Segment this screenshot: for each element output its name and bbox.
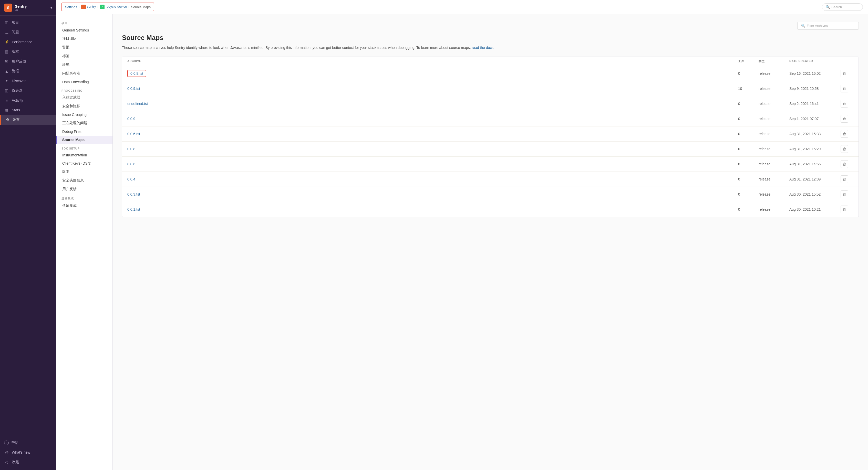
settings-nav-tags[interactable]: 标签 [56, 52, 113, 60]
settings-nav-processing-issues[interactable]: 正在处理的问题 [56, 119, 113, 128]
sidebar-item-settings[interactable]: ⚙ 设置 [0, 115, 56, 125]
archive-link[interactable]: 0.0.9.tst [127, 87, 140, 91]
artifacts-cell: 0 [738, 71, 758, 75]
settings-nav-releases-sdk[interactable]: 版本 [56, 167, 113, 176]
settings-nav-debug-files[interactable]: Debug Files [56, 128, 113, 136]
filter-archives-input[interactable]: 🔍 Filter Archives [797, 22, 859, 30]
discover-icon: ✦ [4, 78, 9, 83]
settings-nav-project-team[interactable]: 项目团队 [56, 34, 113, 43]
delete-button[interactable]: 🗑 [841, 115, 848, 123]
filter-placeholder: Filter Archives [807, 24, 828, 28]
settings-nav-user-feedback-sdk[interactable]: 用户反馈 [56, 185, 113, 194]
sidebar-item-performance[interactable]: ⚡ Performance [0, 37, 56, 47]
archive-link[interactable]: 0.0.3.tst [127, 192, 140, 196]
breadcrumb-project[interactable]: ✓recycle-device [100, 5, 127, 9]
releases-icon: ▤ [4, 49, 9, 54]
org-dropdown-icon[interactable]: ▾ [51, 6, 52, 10]
settings-nav-legacy-integrations[interactable]: 遗留集成 [56, 201, 113, 210]
header-artifacts: 工件 [738, 59, 758, 63]
sidebar-item-help[interactable]: ? 帮助 [0, 438, 56, 447]
settings-nav-general-settings[interactable]: General Settings [56, 26, 113, 34]
project-icon: ✓ [100, 5, 104, 9]
settings-nav-instrumentation[interactable]: Instrumentation [56, 151, 113, 159]
sidebar-item-activity[interactable]: ≡ Activity [0, 96, 56, 105]
delete-button[interactable]: 🗑 [841, 145, 848, 153]
type-cell: release [758, 102, 789, 106]
archive-link[interactable]: 0.0.1.tst [127, 207, 140, 211]
actions-cell: 🗑 [841, 160, 854, 168]
delete-button[interactable]: 🗑 [841, 191, 848, 198]
date-cell: Sep 9, 2021 20:58 [789, 87, 841, 91]
sidebar-nav: ◫ 项目 ☰ 问题 ⚡ Performance ▤ 版本 ✉ 用户反馈 ▲ 警报… [0, 15, 56, 435]
settings-nav-issue-owners[interactable]: 问题所有者 [56, 69, 113, 78]
header-actions [841, 59, 854, 63]
settings-nav-client-keys[interactable]: Client Keys (DSN) [56, 159, 113, 167]
sidebar-item-releases[interactable]: ▤ 版本 [0, 47, 56, 57]
filter-search-icon: 🔍 [801, 24, 805, 28]
sidebar-item-dashboards[interactable]: ◫ 仪表盘 [0, 86, 56, 96]
sidebar-item-issues[interactable]: ☰ 问题 [0, 27, 56, 37]
sidebar-item-label: 设置 [12, 118, 20, 122]
type-cell: release [758, 177, 789, 181]
sidebar-item-stats[interactable]: ▦ Stats [0, 105, 56, 115]
delete-button[interactable]: 🗑 [841, 175, 848, 183]
header-type: 类型 [758, 59, 789, 63]
global-search-bar[interactable]: 🔍 Search [822, 3, 863, 11]
dashboards-icon: ◫ [4, 88, 9, 93]
breadcrumb-settings[interactable]: Settings [65, 5, 77, 9]
settings-nav-inbound-filters[interactable]: 入站过滤器 [56, 93, 113, 102]
help-icon: ? [4, 441, 9, 445]
sidebar-item-collapse[interactable]: ◁ 收起 [0, 457, 56, 467]
archives-table: ARCHIVE 工件 类型 DATE CREATED 0.0.8.tst 0 r… [122, 57, 859, 217]
settings-nav-security-headers[interactable]: 安全头部信息 [56, 176, 113, 185]
breadcrumb-sentry[interactable]: Ssentry [81, 5, 96, 9]
artifacts-cell: 0 [738, 162, 758, 166]
delete-button[interactable]: 🗑 [841, 206, 848, 213]
whats-new-icon: ◎ [4, 450, 9, 455]
read-docs-link[interactable]: read the docs [472, 45, 493, 50]
archive-link[interactable]: 0.0.4 [127, 177, 135, 181]
sidebar-item-discover[interactable]: ✦ Discover [0, 76, 56, 86]
search-icon: 🔍 [826, 5, 830, 9]
settings-nav-security-privacy[interactable]: 安全和隐私 [56, 102, 113, 110]
delete-button[interactable]: 🗑 [841, 130, 848, 138]
delete-button[interactable]: 🗑 [841, 85, 848, 92]
settings-nav-data-forwarding[interactable]: Data Forwarding [56, 78, 113, 86]
archive-link[interactable]: undefined.tst [127, 102, 148, 106]
archive-link[interactable]: 0.0.8 [127, 147, 135, 151]
sentry-org-icon: S [81, 5, 86, 9]
date-cell: Sep 16, 2021 15:02 [789, 71, 841, 75]
settings-sidebar: 项目 General Settings 项目团队 警报 标签 环境 问题所有者 … [56, 14, 113, 470]
delete-button[interactable]: 🗑 [841, 160, 848, 168]
settings-nav-environments[interactable]: 环境 [56, 60, 113, 69]
settings-nav-alerts[interactable]: 警报 [56, 43, 113, 52]
breadcrumb-sep-1: › [79, 5, 80, 9]
archive-link[interactable]: 0.0.9 [127, 117, 135, 121]
settings-nav-source-maps[interactable]: Source Maps [56, 136, 113, 144]
table-row: 0.0.6 0 release Aug 31, 2021 14:55 🗑 [122, 157, 859, 172]
sidebar-item-projects[interactable]: ◫ 项目 [0, 18, 56, 27]
artifacts-cell: 0 [738, 102, 758, 106]
date-cell: Sep 1, 2021 07:07 [789, 117, 841, 121]
archive-link[interactable]: 0.0.6.tst [127, 132, 140, 136]
delete-button[interactable]: 🗑 [841, 70, 848, 77]
sidebar-item-user-feedback[interactable]: ✉ 用户反馈 [0, 57, 56, 66]
archive-link[interactable]: 0.0.8.tst [127, 70, 146, 77]
actions-cell: 🗑 [841, 145, 854, 153]
artifacts-cell: 0 [738, 132, 758, 136]
sidebar: S Sentry xu ▾ ◫ 项目 ☰ 问题 ⚡ Performance ▤ … [0, 0, 56, 470]
org-name: Sentry [15, 4, 27, 8]
breadcrumb-sep-2: › [97, 5, 98, 9]
settings-nav-issue-grouping[interactable]: Issue Grouping [56, 110, 113, 119]
type-cell: release [758, 71, 789, 75]
org-avatar: S [4, 4, 12, 12]
settings-section-sdk-label: SDK SETUP [56, 144, 113, 151]
artifacts-cell: 0 [738, 207, 758, 211]
sidebar-item-whats-new[interactable]: ◎ What's new [0, 447, 56, 457]
archive-link[interactable]: 0.0.6 [127, 162, 135, 166]
type-cell: release [758, 87, 789, 91]
delete-button[interactable]: 🗑 [841, 100, 848, 107]
actions-cell: 🗑 [841, 175, 854, 183]
sidebar-item-alerts[interactable]: ▲ 警报 [0, 66, 56, 76]
org-header[interactable]: S Sentry xu ▾ [0, 0, 56, 15]
